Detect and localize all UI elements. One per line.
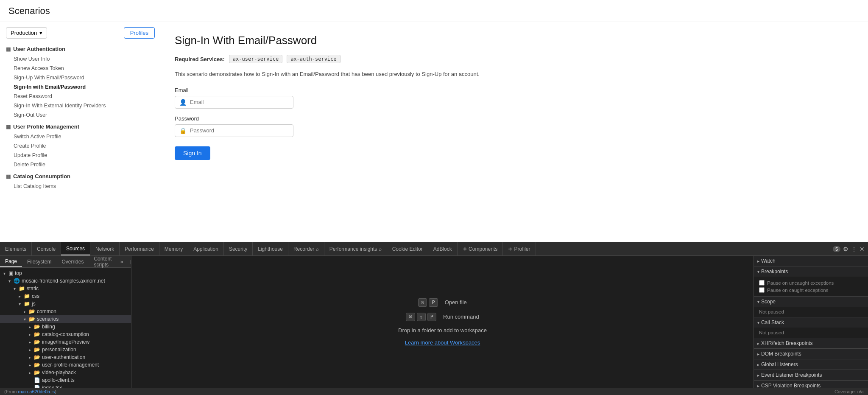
tree-label-video: video-playback <box>42 370 76 375</box>
watch-arrow: ▸ <box>757 259 759 263</box>
tree-label-apollo: apollo-client.ts <box>42 377 75 383</box>
subtab-content-scripts[interactable]: Content scripts <box>89 256 117 267</box>
folder-common-icon: 📂 <box>29 308 35 314</box>
tree-item-common[interactable]: 📂 common <box>0 308 131 315</box>
service-badge-1: ax-user-service <box>229 55 282 63</box>
sidebar-item-sign-in-external[interactable]: Sign-In With External Identity Providers <box>0 101 161 110</box>
watch-label: Watch <box>761 258 776 264</box>
tab-profiler[interactable]: ⚛ Profiler <box>503 242 536 255</box>
tree-item-billing[interactable]: 📂 billing <box>0 323 131 331</box>
tab-recorder[interactable]: Recorder ⌕ <box>288 242 324 255</box>
sources-center-panel: ⌘ P Open file ⌘ ⇧ P Run command Drop in … <box>131 256 754 388</box>
tab-lighthouse[interactable]: Lighthouse <box>253 242 288 255</box>
panel-breakpoints-body: Pause on uncaught exceptions Pause on ca… <box>754 277 868 296</box>
panel-breakpoints: ▾ Breakpoints Pause on uncaught exceptio… <box>754 266 868 297</box>
arrow-static <box>14 286 19 291</box>
tab-sources[interactable]: Sources <box>61 242 90 255</box>
sidebar-item-renew-access-token[interactable]: Renew Access Token <box>0 64 161 73</box>
subtab-actions: ⊞ + <box>127 258 131 265</box>
subtab-filesystem[interactable]: Filesystem <box>22 256 56 267</box>
panel-scope: ▾ Scope Not paused <box>754 297 868 317</box>
tree-label-domain: mosaic-frontend-samples.axinom.net <box>22 278 105 284</box>
scope-label: Scope <box>761 299 776 305</box>
chevron-down-icon: ▾ <box>39 30 42 36</box>
tree-item-static[interactable]: 📁 static <box>0 285 131 292</box>
tree-item-domain[interactable]: 🌐 mosaic-frontend-samples.axinom.net <box>0 277 131 285</box>
tree-item-index[interactable]: 📄 index.tsx <box>0 384 131 388</box>
sidebar-group-label-3: Catalog Consumption <box>13 173 70 179</box>
tree-item-video[interactable]: 📂 video-playback <box>0 369 131 376</box>
subtab-more[interactable]: » <box>117 258 126 265</box>
tree-label-scenarios: scenarios <box>37 316 59 322</box>
tree-item-scenarios[interactable]: 📂 scenarios <box>0 315 131 323</box>
panel-call-stack-header[interactable]: ▾ Call Stack <box>754 317 868 328</box>
tab-components[interactable]: ⚛ Components <box>458 242 503 255</box>
subtab-page[interactable]: Page <box>0 256 22 267</box>
sidebar-item-show-user-info[interactable]: Show User Info <box>0 54 161 64</box>
folder-icon: ▦ <box>6 46 11 52</box>
pause-caught-item: Pause on caught exceptions <box>759 286 863 294</box>
pause-caught-checkbox[interactable] <box>759 287 765 293</box>
panel-dom-header[interactable]: ▸ DOM Breakpoints <box>754 349 868 359</box>
tab-cookie-editor[interactable]: Cookie Editor <box>387 242 428 255</box>
profiles-button[interactable]: Profiles <box>124 27 155 39</box>
tab-performance[interactable]: Performance <box>120 242 159 255</box>
tree-item-user-auth[interactable]: 📂 user-authentication <box>0 353 131 361</box>
status-left: (From main.a620de0a.js) <box>4 389 56 394</box>
pause-uncaught-item: Pause on uncaught exceptions <box>759 279 863 286</box>
email-form-group: Email 👤 <box>175 87 854 109</box>
tree-label-static: static <box>27 286 39 291</box>
tab-elements[interactable]: Elements <box>0 242 32 255</box>
close-icon[interactable]: ✕ <box>860 246 865 252</box>
tree-item-catalog[interactable]: 📂 catalog-consumption <box>0 331 131 338</box>
tree-item-personalization[interactable]: 📂 personalization <box>0 346 131 353</box>
password-input[interactable] <box>190 127 289 134</box>
status-file-link[interactable]: main.a620de0a.js <box>18 389 55 394</box>
sign-in-button[interactable]: Sign In <box>175 146 210 160</box>
tree-item-js[interactable]: 📁 js <box>0 300 131 308</box>
tab-console[interactable]: Console <box>32 242 61 255</box>
sidebar-group-header-catalog: ▦ Catalog Consumption <box>0 171 161 182</box>
panel-breakpoints-header[interactable]: ▾ Breakpoints <box>754 266 868 277</box>
panel-xhr-header[interactable]: ▸ XHR/fetch Breakpoints <box>754 338 868 348</box>
env-dropdown[interactable]: Production ▾ <box>6 27 47 39</box>
tab-memory[interactable]: Memory <box>159 242 188 255</box>
panel-xhr: ▸ XHR/fetch Breakpoints <box>754 338 868 349</box>
sidebar-item-update-profile[interactable]: Update Profile <box>0 151 161 160</box>
tab-performance-insights[interactable]: Performance insights ⌕ <box>324 242 387 255</box>
panel-event-header[interactable]: ▸ Event Listener Breakpoints <box>754 370 868 380</box>
sidebar-item-sign-out[interactable]: Sign-Out User <box>0 110 161 120</box>
env-label: Production <box>11 30 37 36</box>
tab-application[interactable]: Application <box>188 242 224 255</box>
tree-item-user-profile[interactable]: 📂 user-profile-management <box>0 361 131 369</box>
tree-item-top[interactable]: ▣ top <box>0 269 131 277</box>
email-input[interactable] <box>190 99 289 105</box>
pause-uncaught-checkbox[interactable] <box>759 280 765 286</box>
sidebar-item-switch-profile[interactable]: Switch Active Profile <box>0 132 161 141</box>
sidebar-item-sign-in-email[interactable]: Sign-In with Email/Password <box>0 82 161 92</box>
tree-item-css[interactable]: 📁 css <box>0 292 131 300</box>
tab-network[interactable]: Network <box>90 242 120 255</box>
settings-icon[interactable]: ⚙ <box>843 246 848 252</box>
panel-watch-header[interactable]: ▸ Watch <box>754 256 868 266</box>
tree-label-personalization: personalization <box>42 347 76 353</box>
tree-item-image[interactable]: 📂 image/ImagePreview <box>0 338 131 346</box>
sidebar-item-sign-up-email[interactable]: Sign-Up With Email/Password <box>0 73 161 82</box>
more-icon[interactable]: ⋮ <box>851 246 857 252</box>
folder-js-icon: 📁 <box>24 301 30 307</box>
sidebar-item-delete-profile[interactable]: Delete Profile <box>0 160 161 169</box>
panel-scope-header[interactable]: ▾ Scope <box>754 297 868 307</box>
folder-css-icon: 📁 <box>24 293 30 299</box>
subtab-overrides[interactable]: Overrides <box>56 256 89 267</box>
folder-icon-3: ▦ <box>6 174 11 179</box>
tab-security[interactable]: Security <box>224 242 253 255</box>
panel-global-header[interactable]: ▸ Global Listeners <box>754 359 868 370</box>
tree-item-apollo[interactable]: 📄 apollo-client.ts <box>0 376 131 384</box>
learn-workspaces-link[interactable]: Learn more about Workspaces <box>405 339 480 346</box>
sidebar-item-reset-password[interactable]: Reset Password <box>0 92 161 101</box>
tab-adblock[interactable]: AdBlock <box>428 242 458 255</box>
sidebar-item-create-profile[interactable]: Create Profile <box>0 141 161 151</box>
sidebar-item-list-catalog[interactable]: List Catalog Items <box>0 182 161 191</box>
panel-csp-header[interactable]: ▸ CSP Violation Breakpoints <box>754 381 868 388</box>
file-apollo-icon: 📄 <box>34 377 40 383</box>
